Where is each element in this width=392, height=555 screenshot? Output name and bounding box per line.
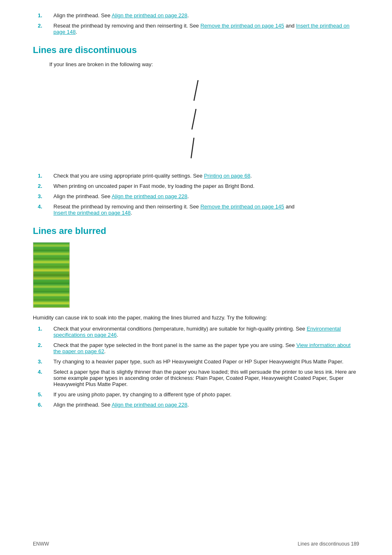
item-text: Align the printhead. See	[53, 402, 112, 408]
remove-printhead-link-1[interactable]: Remove the printhead on page 145	[201, 23, 284, 29]
list-item: If you are using photo paper, try changi…	[49, 391, 359, 398]
item-text-after: .	[187, 193, 189, 199]
list-item: Reseat the printhead by removing and the…	[49, 23, 359, 35]
blurred-image	[33, 242, 70, 308]
blurred-image-stripes	[33, 243, 69, 308]
item-text: Align the printhead. See	[53, 193, 112, 199]
broken-line-diagram	[33, 74, 359, 164]
item-text: If you are using photo paper, try changi…	[53, 391, 231, 398]
align-printhead-link-1[interactable]: Align the printhead on page 228	[112, 12, 187, 18]
section-heading-blurred: Lines are blurred	[33, 226, 359, 236]
item-text-mid: and	[284, 23, 296, 29]
align-printhead-link-2[interactable]: Align the printhead on page 228	[112, 193, 187, 199]
item-text-after: .	[117, 332, 118, 338]
list-item: Align the printhead. See Align the print…	[49, 402, 359, 408]
list-item: Check that the paper type selected in th…	[49, 342, 359, 354]
humidity-text: Humidity can cause ink to soak into the …	[33, 314, 359, 321]
section-lines-discontinuous: Lines are discontinuous If your lines ar…	[33, 45, 359, 216]
svg-line-2	[191, 138, 194, 158]
insert-printhead-link-2[interactable]: Insert the printhead on page 148	[53, 210, 131, 216]
printing-link[interactable]: Printing on page 68	[204, 173, 250, 179]
broken-line-svg	[171, 78, 221, 160]
section-intro-text: If your lines are broken in the followin…	[49, 61, 359, 67]
list-item: Align the printhead. See Align the print…	[49, 12, 359, 18]
section-heading-discontinuous: Lines are discontinuous	[33, 45, 359, 56]
item-text-after: .	[187, 402, 189, 408]
footer-right: Lines are discontinuous 189	[298, 541, 359, 547]
list-item: Check that you are using appropriate pri…	[49, 173, 359, 179]
list-item: Reseat the printhead by removing and the…	[49, 204, 359, 216]
item-text: Check that the paper type selected in th…	[53, 342, 296, 348]
page-footer: ENWW Lines are discontinuous 189	[0, 541, 392, 547]
remove-printhead-link-2[interactable]: Remove the printhead on page 145	[201, 204, 284, 210]
item-text: Reseat the printhead by removing and the…	[53, 23, 201, 29]
item-text-after: .	[76, 29, 77, 35]
section2-list: Check that your environmental conditions…	[49, 326, 359, 408]
section1-list: Check that you are using appropriate pri…	[49, 173, 359, 216]
list-item: Try changing to a heavier paper type, su…	[49, 358, 359, 365]
item-text: Reseat the printhead by removing and the…	[53, 204, 201, 210]
item-text-after: .	[250, 173, 252, 179]
svg-line-0	[194, 80, 198, 101]
list-item: Select a paper type that is slightly thi…	[49, 369, 359, 387]
svg-line-1	[192, 109, 196, 130]
item-text-after: .	[104, 348, 106, 354]
item-text: Select a paper type that is slightly thi…	[53, 369, 356, 387]
page-content: Align the printhead. See Align the print…	[0, 0, 392, 437]
item-text-mid: and	[284, 204, 295, 210]
item-text: Align the printhead. See	[53, 12, 112, 18]
list-item: Check that your environmental conditions…	[49, 326, 359, 338]
item-text: When printing on uncoated paper in Fast …	[53, 183, 254, 189]
list-item: Align the printhead. See Align the print…	[49, 193, 359, 199]
item-text-after: .	[187, 12, 189, 18]
item-text: Check that your environmental conditions…	[53, 326, 307, 332]
list-item: When printing on uncoated paper in Fast …	[49, 183, 359, 189]
item-text-after: .	[131, 210, 132, 216]
section-lines-blurred: Lines are blurred Humidity can cause ink…	[33, 226, 359, 408]
item-text: Try changing to a heavier paper type, su…	[53, 358, 344, 365]
align-printhead-link-3[interactable]: Align the printhead on page 228	[112, 402, 187, 408]
item-text: Check that you are using appropriate pri…	[53, 173, 204, 179]
intro-list: Align the printhead. See Align the print…	[49, 12, 359, 35]
footer-left: ENWW	[33, 541, 49, 547]
